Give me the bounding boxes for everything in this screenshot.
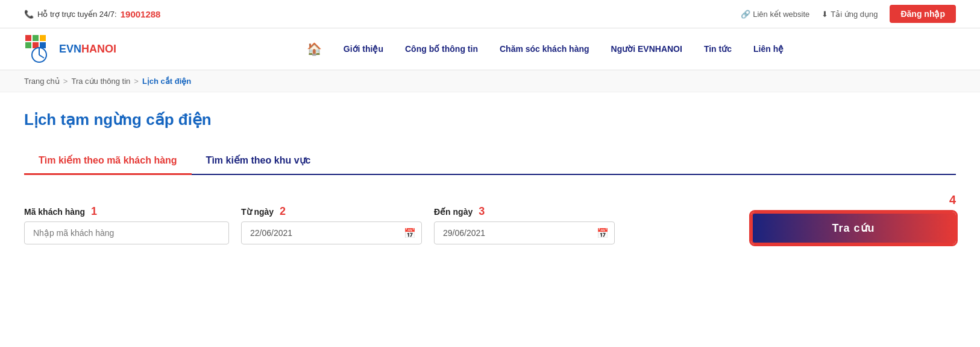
den-ngay-wrapper: 📅 [434, 221, 615, 244]
ma-khach-hang-group: Mã khách hàng 1 [24, 205, 229, 244]
nav-links: 🏠 Giới thiệu Công bố thông tin Chăm sóc … [134, 42, 956, 56]
nav-cong-bo-thong-tin[interactable]: Công bố thông tin [394, 44, 489, 54]
tai-ung-dung-link[interactable]: ⬇ Tải ứng dụng [821, 10, 878, 19]
tra-cuu-button[interactable]: Tra cứu [751, 212, 956, 244]
svg-rect-2 [25, 42, 31, 48]
svg-line-8 [39, 55, 44, 58]
logo-text: EVNHANOI [59, 43, 116, 56]
logo-evn: EVN [59, 43, 81, 55]
nav-cham-soc-khach-hang[interactable]: Chăm sóc khách hàng [489, 44, 600, 54]
btn-num: 4 [949, 193, 956, 207]
breadcrumb-current: Lịch cắt điện [142, 77, 191, 86]
support-info: 📞 Hỗ trợ trực tuyến 24/7: 19001288 [24, 9, 160, 19]
phone-icon: 📞 [24, 10, 34, 19]
download-icon: ⬇ [821, 10, 828, 19]
tab-ma-khach-hang[interactable]: Tìm kiếm theo mã khách hàng [24, 147, 192, 175]
den-ngay-input[interactable] [434, 221, 615, 244]
field1-num: 1 [91, 205, 97, 217]
den-ngay-label: Đến ngày 3 [434, 205, 615, 218]
support-label: Hỗ trợ trực tuyến 24/7: [37, 10, 117, 19]
ma-khach-hang-input[interactable] [24, 221, 229, 244]
field2-num: 2 [280, 205, 286, 217]
tab-khu-vuc[interactable]: Tìm kiếm theo khu vực [192, 147, 325, 175]
top-bar: 📞 Hỗ trợ trực tuyến 24/7: 19001288 🔗 Liê… [0, 0, 980, 28]
breadcrumb: Trang chủ > Tra cứu thông tin > Lịch cắt… [0, 71, 980, 92]
top-bar-right: 🔗 Liên kết website ⬇ Tải ứng dụng Đăng n… [741, 5, 956, 23]
field3-num: 3 [479, 205, 485, 217]
breadcrumb-sep1: > [63, 77, 68, 86]
search-form: Mã khách hàng 1 Từ ngày 2 📅 Đến ngày 3 [24, 193, 956, 244]
page-title: Lịch tạm ngừng cấp điện [24, 110, 956, 129]
lien-ket-website-link[interactable]: 🔗 Liên kết website [741, 10, 809, 19]
tu-ngay-wrapper: 📅 [241, 221, 422, 244]
nav-tin-tuc[interactable]: Tin tức [693, 44, 743, 54]
nav-home-link[interactable]: 🏠 [296, 42, 333, 56]
logo-hanoi: HANOI [81, 43, 116, 55]
breadcrumb-home[interactable]: Trang chủ [24, 77, 60, 86]
logo-icon [24, 34, 54, 64]
main-content: Lịch tạm ngừng cấp điện Tìm kiếm theo mã… [0, 92, 980, 269]
link-icon: 🔗 [741, 10, 750, 19]
breadcrumb-tra-cuu[interactable]: Tra cứu thông tin [71, 77, 130, 86]
breadcrumb-sep2: > [134, 77, 139, 86]
dang-nhap-button[interactable]: Đăng nhập [890, 5, 956, 23]
svg-rect-4 [40, 35, 46, 41]
tabs-container: Tìm kiếm theo mã khách hàng Tìm kiếm the… [24, 147, 956, 175]
hotline-number: 19001288 [121, 9, 161, 19]
ma-khach-hang-label: Mã khách hàng 1 [24, 205, 229, 218]
svg-rect-0 [25, 35, 31, 41]
nav-nguoi-evnhanoi[interactable]: Người EVNHANOI [600, 44, 693, 54]
tu-ngay-group: Từ ngày 2 📅 [241, 205, 422, 244]
svg-rect-1 [33, 35, 39, 41]
logo-area: EVNHANOI [24, 34, 116, 64]
nav-lien-he[interactable]: Liên hệ [743, 44, 794, 54]
search-btn-wrapper: 4 Tra cứu [627, 193, 956, 244]
nav-bar: EVNHANOI 🏠 Giới thiệu Công bố thông tin … [0, 28, 980, 71]
nav-gioi-thieu[interactable]: Giới thiệu [333, 44, 394, 54]
tu-ngay-label: Từ ngày 2 [241, 205, 422, 218]
den-ngay-group: Đến ngày 3 📅 [434, 205, 615, 244]
tu-ngay-input[interactable] [241, 221, 422, 244]
